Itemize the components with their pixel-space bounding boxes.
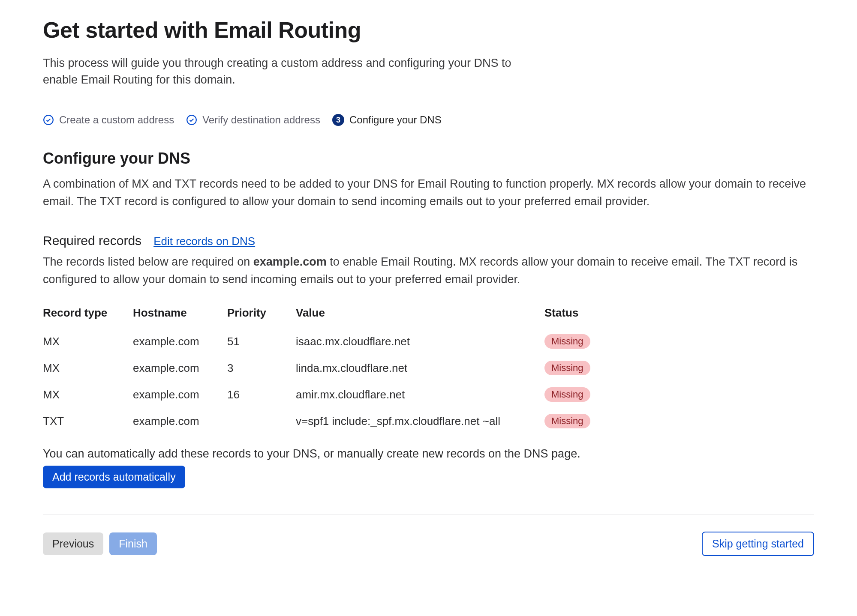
cell-priority: 51 — [227, 328, 296, 355]
wizard-steps: Create a custom address Verify destinati… — [43, 114, 814, 126]
auto-add-note: You can automatically add these records … — [43, 447, 814, 461]
footer-actions: Previous Finish Skip getting started — [43, 532, 814, 556]
configure-title: Configure your DNS — [43, 150, 814, 167]
cell-hostname: example.com — [133, 355, 227, 381]
col-priority: Priority — [227, 303, 296, 328]
col-value: Value — [296, 303, 544, 328]
step-create-address[interactable]: Create a custom address — [43, 114, 174, 126]
configure-desc: A combination of MX and TXT records need… — [43, 175, 814, 210]
cell-status: Missing — [544, 381, 613, 408]
cell-hostname: example.com — [133, 381, 227, 408]
cell-status: Missing — [544, 408, 613, 434]
table-row: MXexample.com16amir.mx.cloudflare.netMis… — [43, 381, 613, 408]
table-row: TXTexample.comv=spf1 include:_spf.mx.clo… — [43, 408, 613, 434]
skip-getting-started-button[interactable]: Skip getting started — [702, 532, 814, 556]
cell-value: v=spf1 include:_spf.mx.cloudflare.net ~a… — [296, 408, 544, 434]
cell-value: linda.mx.cloudflare.net — [296, 355, 544, 381]
cell-priority — [227, 408, 296, 434]
cell-priority: 3 — [227, 355, 296, 381]
col-status: Status — [544, 303, 613, 328]
cell-status: Missing — [544, 328, 613, 355]
status-badge: Missing — [544, 334, 590, 349]
svg-point-0 — [44, 115, 53, 125]
step-label: Create a custom address — [59, 114, 174, 126]
check-circle-icon — [186, 114, 197, 126]
table-row: MXexample.com51isaac.mx.cloudflare.netMi… — [43, 328, 613, 355]
status-badge: Missing — [544, 387, 590, 402]
cell-record-type: MX — [43, 328, 133, 355]
cell-priority: 16 — [227, 381, 296, 408]
cell-hostname: example.com — [133, 408, 227, 434]
step-label: Configure your DNS — [349, 114, 442, 126]
finish-button[interactable]: Finish — [109, 532, 157, 555]
cell-value: isaac.mx.cloudflare.net — [296, 328, 544, 355]
step-verify-destination[interactable]: Verify destination address — [186, 114, 320, 126]
cell-hostname: example.com — [133, 328, 227, 355]
divider — [43, 514, 814, 514]
required-records-desc: The records listed below are required on… — [43, 253, 814, 288]
page-intro: This process will guide you through crea… — [43, 55, 549, 88]
table-row: MXexample.com3linda.mx.cloudflare.netMis… — [43, 355, 613, 381]
svg-point-1 — [187, 115, 196, 125]
edit-records-link[interactable]: Edit records on DNS — [153, 235, 255, 248]
previous-button[interactable]: Previous — [43, 532, 103, 555]
page-title: Get started with Email Routing — [43, 17, 814, 43]
required-records-title: Required records — [43, 233, 141, 248]
add-records-automatically-button[interactable]: Add records automatically — [43, 466, 185, 488]
cell-value: amir.mx.cloudflare.net — [296, 381, 544, 408]
step-label: Verify destination address — [202, 114, 320, 126]
domain-name: example.com — [253, 255, 327, 268]
cell-record-type: MX — [43, 381, 133, 408]
col-record-type: Record type — [43, 303, 133, 328]
cell-status: Missing — [544, 355, 613, 381]
step-configure-dns[interactable]: 3 Configure your DNS — [332, 114, 442, 126]
status-badge: Missing — [544, 414, 590, 428]
check-circle-icon — [43, 114, 54, 126]
cell-record-type: TXT — [43, 408, 133, 434]
step-number-badge: 3 — [332, 114, 344, 126]
col-hostname: Hostname — [133, 303, 227, 328]
records-table: Record type Hostname Priority Value Stat… — [43, 303, 613, 434]
status-badge: Missing — [544, 361, 590, 375]
cell-record-type: MX — [43, 355, 133, 381]
